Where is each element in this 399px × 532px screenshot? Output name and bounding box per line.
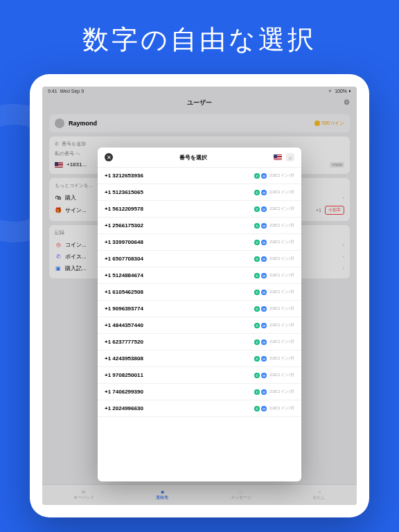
phone-number: +1 6105462508 — [105, 289, 254, 295]
sms-icon: ✉ — [261, 173, 267, 179]
price-label: 218コイン/月 — [269, 289, 294, 295]
number-list[interactable]: +1 3212653936✆✉218コイン/月+1 5123615065✆✉21… — [98, 168, 301, 481]
price-label: 218コイン/月 — [269, 405, 294, 411]
number-row[interactable]: +1 4844357440✆✉218コイン/月 — [98, 317, 301, 334]
sms-icon: ✉ — [261, 273, 267, 278]
call-icon: ✆ — [254, 240, 260, 245]
number-row[interactable]: +1 9096393774✆✉218コイン/月 — [98, 301, 301, 317]
call-icon: ✆ — [254, 406, 260, 411]
call-icon: ✆ — [254, 339, 260, 345]
number-row[interactable]: +1 2566175302✆✉218コイン/月 — [98, 218, 301, 234]
close-button[interactable]: ✕ — [105, 153, 113, 161]
number-row[interactable]: +1 6507708304✆✉218コイン/月 — [98, 251, 301, 267]
number-row[interactable]: +1 5124884674✆✉218コイン/月 — [98, 267, 301, 284]
call-icon: ✆ — [254, 306, 260, 312]
call-icon: ✆ — [254, 273, 260, 278]
tablet-frame: 9:41 Wed Sep 9 ᯤ 100% ▮ ユーザー ⚙ Raymond 5… — [30, 74, 369, 517]
sms-icon: ✉ — [261, 306, 267, 312]
call-icon: ✆ — [254, 190, 260, 195]
modal-header: ✕ 番号を選択 ⌕ — [98, 148, 301, 168]
phone-number: +1 2024996630 — [105, 405, 254, 411]
sms-icon: ✉ — [261, 290, 267, 295]
call-icon: ✆ — [254, 373, 260, 378]
call-icon: ✆ — [254, 173, 260, 179]
call-icon: ✆ — [254, 290, 260, 295]
phone-number: +1 9096393774 — [105, 305, 254, 312]
phone-number: +1 4243953808 — [105, 355, 254, 362]
price-label: 218コイン/月 — [269, 189, 294, 195]
number-select-modal: ✕ 番号を選択 ⌕ +1 3212653936✆✉218コイン/月+1 5123… — [98, 148, 301, 481]
sms-icon: ✉ — [261, 373, 267, 378]
number-row[interactable]: +1 5612209578✆✉218コイン/月 — [98, 201, 301, 218]
sms-icon: ✉ — [261, 223, 267, 229]
number-row[interactable]: +1 7406299390✆✉218コイン/月 — [98, 384, 301, 400]
phone-number: +1 6237777520 — [105, 339, 254, 345]
number-row[interactable]: +1 5123615065✆✉218コイン/月 — [98, 184, 301, 201]
call-icon: ✆ — [254, 206, 260, 212]
call-icon: ✆ — [254, 223, 260, 229]
number-row[interactable]: +1 3212653936✆✉218コイン/月 — [98, 168, 301, 184]
price-label: 218コイン/月 — [269, 206, 294, 212]
number-row[interactable]: +1 6105462508✆✉218コイン/月 — [98, 284, 301, 301]
number-row[interactable]: +1 2024996630✆✉218コイン/月 — [98, 400, 301, 417]
number-row[interactable]: +1 3399700648✆✉218コイン/月 — [98, 234, 301, 251]
sms-icon: ✉ — [261, 339, 267, 345]
modal-title: 番号を選択 — [113, 154, 274, 161]
phone-number: +1 4844357440 — [105, 322, 254, 328]
phone-number: +1 5124884674 — [105, 272, 254, 278]
price-label: 218コイン/月 — [269, 256, 294, 262]
sms-icon: ✉ — [261, 323, 267, 328]
price-label: 218コイン/月 — [269, 239, 294, 245]
price-label: 218コイン/月 — [269, 355, 294, 362]
country-flag-button[interactable] — [274, 154, 282, 160]
phone-number: +1 5123615065 — [105, 189, 254, 195]
number-row[interactable]: +1 6237777520✆✉218コイン/月 — [98, 334, 301, 351]
sms-icon: ✉ — [261, 206, 267, 212]
price-label: 218コイン/月 — [269, 389, 294, 395]
phone-number: +1 9708250011 — [105, 372, 254, 378]
phone-number: +1 7406299390 — [105, 389, 254, 395]
phone-number: +1 3399700648 — [105, 239, 254, 245]
sms-icon: ✉ — [261, 256, 267, 262]
call-icon: ✆ — [254, 323, 260, 328]
sms-icon: ✉ — [261, 406, 267, 411]
price-label: 218コイン/月 — [269, 372, 294, 378]
sms-icon: ✉ — [261, 190, 267, 195]
sms-icon: ✉ — [261, 356, 267, 362]
phone-number: +1 6507708304 — [105, 256, 254, 262]
price-label: 218コイン/月 — [269, 305, 294, 312]
call-icon: ✆ — [254, 389, 260, 395]
hero-title: 数字の自由な選択 — [0, 0, 399, 74]
price-label: 218コイン/月 — [269, 172, 294, 179]
phone-number: +1 3212653936 — [105, 172, 254, 179]
price-label: 218コイン/月 — [269, 272, 294, 278]
screen: 9:41 Wed Sep 9 ᯤ 100% ▮ ユーザー ⚙ Raymond 5… — [42, 87, 357, 505]
search-button[interactable]: ⌕ — [286, 153, 294, 161]
phone-number: +1 2566175302 — [105, 222, 254, 229]
phone-number: +1 5612209578 — [105, 206, 254, 212]
sms-icon: ✉ — [261, 389, 267, 395]
sms-icon: ✉ — [261, 240, 267, 245]
call-icon: ✆ — [254, 356, 260, 362]
price-label: 218コイン/月 — [269, 222, 294, 229]
price-label: 218コイン/月 — [269, 339, 294, 345]
price-label: 218コイン/月 — [269, 322, 294, 328]
call-icon: ✆ — [254, 256, 260, 262]
number-row[interactable]: +1 4243953808✆✉218コイン/月 — [98, 351, 301, 367]
number-row[interactable]: +1 9708250011✆✉218コイン/月 — [98, 367, 301, 384]
